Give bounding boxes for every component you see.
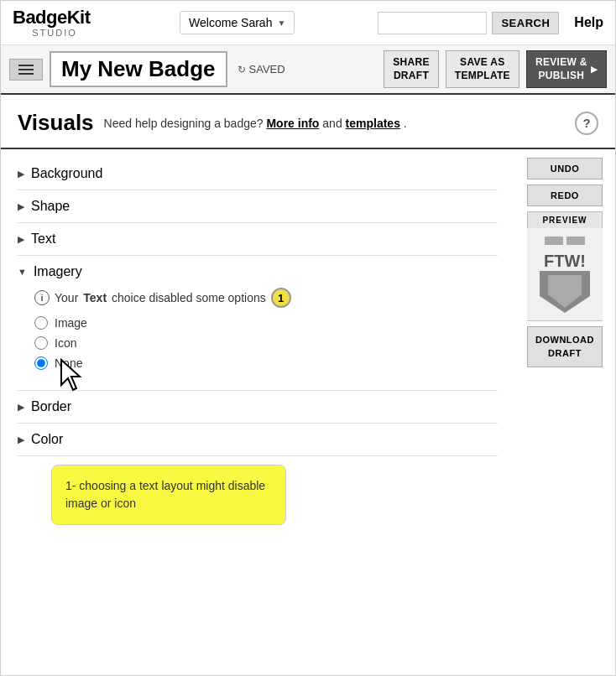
radio-icon[interactable] <box>34 336 48 350</box>
hamburger-line <box>18 65 34 66</box>
top-bar: BadgeKit STUDIO Welcome Sarah ▼ SEARCH H… <box>1 1 615 45</box>
visuals-title: Visuals <box>18 110 94 136</box>
more-info-link[interactable]: More info <box>266 117 319 130</box>
accordion-header-border[interactable]: ▶ Border <box>18 399 498 414</box>
welcome-dropdown[interactable]: Welcome Sarah ▼ <box>180 11 295 34</box>
visuals-header: Visuals Need help designing a badge? Mor… <box>1 95 615 149</box>
arrow-icon-background: ▶ <box>18 169 24 179</box>
dropdown-arrow: ▼ <box>277 18 285 28</box>
app-name: BadgeKit <box>13 8 97 28</box>
right-panel: UNDO REDO PREVIEW FTW! <box>514 149 615 675</box>
search-input[interactable] <box>378 12 487 34</box>
help-circle-button[interactable]: ? <box>575 112 598 135</box>
left-panel: ▶ Background ▶ Shape ▶ Text <box>1 149 514 675</box>
app-frame: BadgeKit STUDIO Welcome Sarah ▼ SEARCH H… <box>0 0 616 676</box>
saved-icon: ↻ <box>238 64 246 75</box>
preview-label: PREVIEW <box>528 212 602 228</box>
radio-image-label: Image <box>55 316 87 330</box>
welcome-text: Welcome Sarah <box>189 16 272 29</box>
templates-link[interactable]: templates <box>346 117 400 130</box>
badge-title: My New Badge <box>50 51 227 87</box>
preview-top-bars <box>545 237 585 245</box>
and-text: and <box>322 117 342 130</box>
callout-number: 1 <box>278 292 284 304</box>
radio-none-label: None <box>55 356 82 370</box>
arrow-icon-imagery: ▼ <box>18 267 27 277</box>
undo-button[interactable]: UNDO <box>527 158 603 179</box>
info-text-pre: Your <box>55 291 78 304</box>
redo-button[interactable]: REDO <box>527 185 603 206</box>
accordion-header-text[interactable]: ▶ Text <box>18 231 498 247</box>
info-text-post: choice disabled some options <box>112 291 266 304</box>
saved-label: SAVED <box>249 63 285 75</box>
accordion-label-color: Color <box>31 432 63 447</box>
accordion-background: ▶ Background <box>18 158 498 190</box>
app-sub: STUDIO <box>13 28 97 38</box>
download-draft-button[interactable]: DOWNLOADDRAFT <box>527 326 603 367</box>
review-publish-label: REVIEW &PUBLISH <box>535 56 587 82</box>
accordion-border: ▶ Border <box>18 391 498 424</box>
radio-option-none: None <box>34 356 498 370</box>
hamburger-line <box>18 69 34 70</box>
accordion-label-shape: Shape <box>31 199 70 214</box>
search-area: SEARCH <box>378 12 559 34</box>
chevron-icon: ▶ <box>591 64 598 75</box>
preview-image: FTW! <box>527 228 603 320</box>
preview-ftw-text: FTW! <box>544 252 586 271</box>
radio-option-icon: Icon <box>34 336 498 350</box>
toolbar: My New Badge ↻ SAVED SHAREDRAFT SAVE AST… <box>1 45 615 95</box>
accordion-imagery: ▼ Imagery i Your Text choice disabled so… <box>18 256 498 391</box>
tooltip-text: 1- choosing a text layout might disable … <box>65 479 265 510</box>
visuals-help-text: Need help designing a badge? More info a… <box>104 117 565 130</box>
info-text-bold: Text <box>83 291 107 304</box>
accordion-header-shape[interactable]: ▶ Shape <box>18 199 498 214</box>
accordion-label-border: Border <box>31 399 71 414</box>
hamburger-line <box>18 73 34 75</box>
share-draft-button[interactable]: SHAREDRAFT <box>384 50 439 88</box>
radio-none[interactable] <box>34 356 48 370</box>
period: . <box>404 117 407 130</box>
save-as-template-button[interactable]: SAVE ASTEMPLATE <box>446 50 519 88</box>
menu-button[interactable] <box>9 59 43 81</box>
imagery-content: i Your Text choice disabled some options… <box>18 279 498 382</box>
arrow-icon-color: ▶ <box>18 434 24 445</box>
accordion-header-background[interactable]: ▶ Background <box>18 166 498 181</box>
preview-box: PREVIEW FTW! <box>527 211 603 321</box>
badge-shape-svg <box>535 271 594 313</box>
main-content: ▶ Background ▶ Shape ▶ Text <box>1 149 615 675</box>
preview-bar-left <box>545 237 563 245</box>
accordion-label-text: Text <box>31 231 55 247</box>
top-bar-middle: Welcome Sarah ▼ <box>105 11 369 34</box>
help-link[interactable]: Help <box>574 15 603 30</box>
accordion-header-imagery[interactable]: ▼ Imagery <box>18 264 498 279</box>
arrow-icon-text: ▶ <box>18 234 24 245</box>
arrow-icon-border: ▶ <box>18 402 24 413</box>
logo-area: BadgeKit STUDIO <box>13 8 97 38</box>
review-publish-button[interactable]: REVIEW &PUBLISH ▶ <box>526 50 607 88</box>
info-icon: i <box>34 290 50 305</box>
accordion-text: ▶ Text <box>18 223 498 256</box>
accordion-label-imagery: Imagery <box>34 264 82 279</box>
preview-bar-right <box>566 237 585 245</box>
saved-indicator: ↻ SAVED <box>238 63 285 75</box>
radio-option-image: Image <box>34 316 498 330</box>
tooltip-box: 1- choosing a text layout might disable … <box>51 465 286 525</box>
imagery-info-row: i Your Text choice disabled some options… <box>34 288 498 308</box>
accordion-label-background: Background <box>31 166 102 181</box>
accordion-shape: ▶ Shape <box>18 190 498 223</box>
search-button[interactable]: SEARCH <box>492 12 559 34</box>
accordion-header-color[interactable]: ▶ Color <box>18 432 498 447</box>
callout-badge-1: 1 <box>271 288 291 308</box>
help-text-pre: Need help designing a badge? <box>104 117 264 130</box>
radio-icon-label: Icon <box>55 336 76 350</box>
preview-shape <box>535 271 594 316</box>
accordion-color: ▶ Color <box>18 424 498 456</box>
arrow-icon-shape: ▶ <box>18 201 24 212</box>
radio-image[interactable] <box>34 316 48 330</box>
